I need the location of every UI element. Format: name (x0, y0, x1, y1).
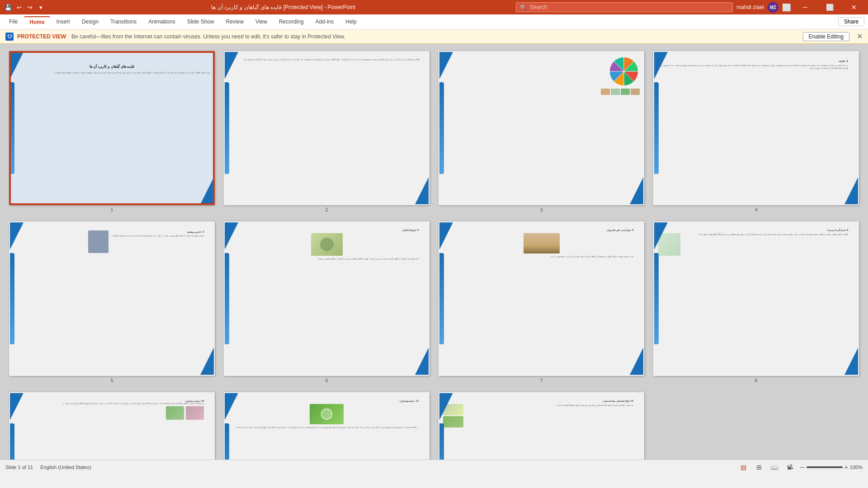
undo-btn[interactable]: ↩ (14, 3, 24, 12)
tab-slideshow[interactable]: Slide Show (182, 17, 220, 27)
slide-inner-6: 5- داروهای گیاهی:کتاب های قدیم داروها را… (224, 221, 429, 375)
zoom-controls: ─ + 100% (800, 464, 863, 471)
slide-number-3: 3 (540, 207, 542, 212)
tab-view[interactable]: View (250, 17, 273, 27)
slide-inner-10: 11- منابع مهم انرژی:در گذشته و هم یکی از… (224, 392, 429, 460)
slide-thumb-3[interactable]: 3 (439, 51, 644, 212)
presenter-view-btn[interactable]: 📽 (785, 462, 795, 472)
title-right-area: 🔍 mahdi ziaei MZ ⬜ ─ ⬜ ✕ (516, 0, 864, 14)
slide-thumb-4[interactable]: 2- تغذیه:می دانیم انسان و بسیاری از موجو… (653, 51, 859, 212)
protected-bar-close-icon[interactable]: ✕ (857, 32, 863, 41)
slide-thumb-7[interactable]: 6- مهار کردن غش های روان:یکی از خاصیت مه… (439, 221, 644, 383)
tab-help[interactable]: Help (340, 17, 362, 27)
search-icon: 🔍 (520, 4, 527, 11)
tab-file[interactable]: File (4, 17, 23, 27)
window-title: فایده های گیاهان و کاربرد آن ها [Protect… (51, 4, 516, 10)
share-button[interactable]: Share (838, 17, 864, 26)
slide-inner-3 (439, 51, 644, 205)
slides-panel: فایده های گیاهان و کاربرد آن هابرخی از ف… (0, 44, 868, 460)
slide-inner-4: 2- تغذیه:می دانیم انسان و بسیاری از موجو… (653, 51, 859, 205)
tab-review[interactable]: Review (221, 17, 249, 27)
tab-transitions[interactable]: Transitions (105, 17, 142, 27)
slide-number-6: 6 (325, 378, 328, 383)
slide-inner-2: گیاهان رکن اصلی حیات و زندگی را در کره ز… (224, 51, 429, 205)
slide-number-7: 7 (540, 378, 542, 383)
tab-home[interactable]: Home (24, 16, 50, 27)
ribbon-tab-bar: File Home Insert Design Transitions Anim… (0, 14, 868, 29)
normal-view-btn[interactable]: ▤ (739, 462, 749, 472)
tab-addins[interactable]: Add-ins (310, 17, 340, 27)
slides-grid: فایده های گیاهان و کاربرد آن هابرخی از ف… (9, 51, 859, 460)
restore-btn[interactable]: ⬜ (819, 0, 840, 14)
main-area: فایده های گیاهان و کاربرد آن هابرخی از ف… (0, 44, 868, 460)
protected-view-bar: 🛡 PROTECTED VIEW Be careful—files from t… (0, 29, 868, 44)
zoom-slider-fill (807, 466, 843, 468)
zoom-out-btn[interactable]: ─ (800, 464, 805, 471)
title-bar: 💾 ↩ ↪ ▾ فایده های گیاهان و کاربرد آن ها … (0, 0, 868, 14)
slide-number-8: 8 (755, 378, 757, 383)
user-avatar[interactable]: MZ (768, 2, 778, 13)
status-bar: Slide 1 of 11 English (United States) ▤ … (0, 460, 868, 474)
search-input[interactable] (530, 4, 729, 10)
slide-number-5: 5 (110, 378, 113, 383)
protected-view-message: Be careful—files from the Internet can c… (71, 33, 799, 40)
slide-number-4: 4 (755, 207, 757, 212)
slide-inner-5: 3- لباس و پوشش:قسمت مهکی از تنه های ما ا… (9, 221, 215, 375)
slide-thumb-11[interactable]: 12- انواع عطرها و مواد شیمیایی:می دانیم … (439, 392, 644, 460)
slide-inner-9: 10- زیبایی و غرایزی:این اثر جالب درختان … (9, 392, 215, 460)
slide-thumb-6[interactable]: 5- داروهای گیاهی:کتاب های قدیم داروها را… (224, 221, 429, 383)
slide-thumb-9[interactable]: 10- زیبایی و غرایزی:این اثر جالب درختان … (9, 392, 215, 460)
protected-view-label: PROTECTED VIEW (17, 33, 66, 40)
user-name: mahdi ziaei (736, 4, 764, 10)
tab-insert[interactable]: Insert (51, 17, 75, 27)
slide-info: Slide 1 of 11 (5, 465, 33, 470)
slide-number-1: 1 (110, 207, 113, 212)
slide-number-2: 2 (325, 207, 328, 212)
ribbon-display-btn[interactable]: ⬜ (782, 3, 791, 12)
slide-inner-11: 12- انواع عطرها و مواد شیمیایی:می دانیم … (439, 392, 644, 460)
slide-sorter-btn[interactable]: ⊞ (754, 462, 764, 472)
zoom-percent: 100% (850, 465, 863, 470)
zoom-in-btn[interactable]: + (844, 464, 848, 471)
slide-thumb-5[interactable]: 3- لباس و پوشش:قسمت مهکی از تنه های ما ا… (9, 221, 215, 383)
tab-design[interactable]: Design (76, 17, 104, 27)
slide-inner-8: 8- تحمل گرما و سرما:گیاهان به خاطف طبیعت… (653, 221, 859, 375)
quick-access-toolbar: 💾 ↩ ↪ ▾ (4, 3, 45, 12)
enable-editing-button[interactable]: Enable Editing (803, 32, 849, 41)
tab-animations[interactable]: Animations (143, 17, 180, 27)
ribbon: File Home Insert Design Transitions Anim… (0, 14, 868, 29)
shield-icon: 🛡 (5, 33, 14, 41)
tab-recording[interactable]: Recording (274, 17, 309, 27)
slide-thumb-8[interactable]: 8- تحمل گرما و سرما:گیاهان به خاطف طبیعت… (653, 221, 859, 383)
slide-thumb-1[interactable]: فایده های گیاهان و کاربرد آن هابرخی از ف… (9, 51, 215, 212)
redo-btn[interactable]: ↪ (25, 3, 34, 12)
slide-thumb-2[interactable]: گیاهان رکن اصلی حیات و زندگی را در کره ز… (224, 51, 429, 212)
close-btn[interactable]: ✕ (844, 0, 864, 14)
slide-inner-1: فایده های گیاهان و کاربرد آن هابرخی از ف… (9, 51, 215, 205)
minimize-btn[interactable]: ─ (795, 0, 816, 14)
customize-qa-btn[interactable]: ▾ (36, 3, 45, 12)
slide-inner-7: 6- مهار کردن غش های روان:یکی از خاصیت مه… (439, 221, 644, 375)
status-bar-right: ▤ ⊞ 📖 📽 ─ + 100% (739, 462, 863, 472)
language-info: English (United States) (40, 465, 91, 470)
title-search-box[interactable]: 🔍 (516, 2, 733, 12)
slide-thumb-10[interactable]: 11- منابع مهم انرژی:در گذشته و هم یکی از… (224, 392, 429, 460)
zoom-slider[interactable] (807, 466, 843, 468)
save-qa-btn[interactable]: 💾 (4, 3, 13, 12)
reading-view-btn[interactable]: 📖 (769, 462, 779, 472)
